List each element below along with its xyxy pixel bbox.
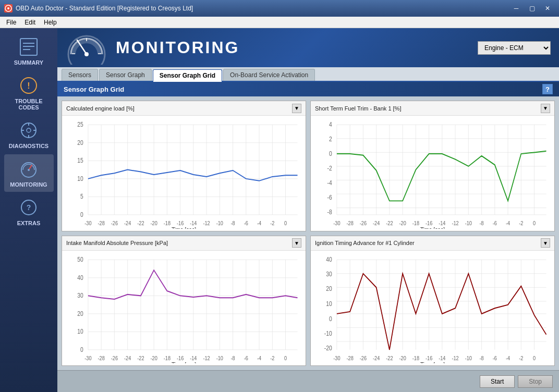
- chart1-title: Calculated engine load [%]: [66, 105, 135, 112]
- menu-help[interactable]: Help: [40, 18, 61, 27]
- svg-text:-4: -4: [506, 220, 511, 226]
- svg-text:50: 50: [77, 256, 83, 263]
- svg-text:-30: -30: [84, 355, 92, 361]
- svg-text:-22: -22: [137, 220, 144, 226]
- chart-fuel-trim: Short Term Fuel Trim - Bank 1 [%] ▼: [310, 101, 555, 231]
- tab-sensor-graph-grid[interactable]: Sensor Graph Grid: [153, 69, 222, 82]
- svg-text:-6: -6: [244, 220, 249, 226]
- chart3-dropdown-button[interactable]: ▼: [292, 238, 301, 248]
- charts-grid: Calculated engine load [%] ▼: [57, 96, 559, 370]
- svg-text:25: 25: [77, 121, 83, 128]
- maximize-button[interactable]: ▢: [525, 3, 539, 14]
- svg-text:-16: -16: [426, 220, 433, 226]
- svg-text:-20: -20: [399, 220, 407, 226]
- svg-text:-16: -16: [177, 355, 184, 361]
- svg-text:-24: -24: [124, 220, 131, 226]
- chart1-header: Calculated engine load [%] ▼: [62, 101, 306, 116]
- app-icon: [4, 4, 13, 13]
- svg-text:-10: -10: [465, 220, 472, 226]
- help-button[interactable]: ?: [542, 84, 553, 94]
- sidebar-item-monitoring[interactable]: MONITORING: [4, 154, 54, 192]
- svg-text:-6: -6: [493, 355, 497, 361]
- minimize-button[interactable]: ─: [509, 3, 524, 14]
- svg-text:-8: -8: [327, 209, 332, 215]
- svg-text:40: 40: [326, 256, 332, 263]
- sidebar-label-monitoring: MONITORING: [10, 181, 47, 188]
- svg-text:-2: -2: [270, 220, 275, 226]
- tab-sensors[interactable]: Sensors: [62, 69, 98, 81]
- sidebar-item-extras[interactable]: ? EXTRAS: [4, 193, 54, 230]
- window-controls: ─ ▢ ✕: [509, 3, 555, 14]
- gauge-icon: [66, 31, 107, 65]
- svg-text:-6: -6: [493, 220, 497, 226]
- svg-text:-6: -6: [244, 355, 249, 361]
- svg-text:-22: -22: [386, 220, 393, 226]
- chart2-dropdown-button[interactable]: ▼: [541, 104, 550, 113]
- svg-point-21: [84, 52, 89, 56]
- svg-text:0: 0: [329, 315, 332, 322]
- tab-sensor-graph[interactable]: Sensor Graph: [99, 69, 152, 81]
- svg-text:-12: -12: [452, 355, 459, 361]
- svg-text:-12: -12: [203, 355, 210, 361]
- menu-file[interactable]: File: [2, 18, 20, 27]
- monitoring-icon: [18, 158, 39, 179]
- svg-text:-24: -24: [373, 220, 380, 226]
- svg-text:Time [sec]: Time [sec]: [420, 226, 445, 228]
- chart4-title: Ignition Timing Advance for #1 Cylinder: [315, 240, 415, 246]
- ecm-dropdown[interactable]: Engine - ECM Transmission ABS Airbag: [478, 41, 551, 55]
- chart3-title: Intake Manifold Absolute Pressure [kPa]: [66, 240, 168, 246]
- title-bar: OBD Auto Doctor - Standard Edition [Regi…: [0, 0, 559, 17]
- svg-text:-10: -10: [465, 355, 472, 361]
- svg-text:-18: -18: [412, 355, 420, 361]
- summary-icon: [18, 36, 39, 57]
- svg-text:Time [sec]: Time [sec]: [172, 226, 196, 228]
- tab-on-board-service[interactable]: On-Board Service Activation: [223, 69, 315, 81]
- svg-text:-26: -26: [111, 355, 118, 361]
- sidebar-item-diagnostics[interactable]: DIAGNOSTICS: [4, 116, 54, 153]
- chart2-title: Short Term Fuel Trim - Bank 1 [%]: [315, 105, 401, 112]
- sidebar-label-extras: EXTRAS: [17, 220, 41, 226]
- chart-engine-load: Calculated engine load [%] ▼: [62, 101, 306, 231]
- svg-text:-14: -14: [190, 355, 197, 361]
- svg-text:-4: -4: [257, 220, 262, 226]
- svg-text:Time [sec]: Time [sec]: [420, 361, 445, 363]
- svg-point-1: [7, 7, 9, 9]
- extras-icon: ?: [18, 197, 39, 218]
- header: MONITORING Engine - ECM Transmission ABS…: [57, 28, 559, 67]
- svg-text:20: 20: [326, 285, 332, 292]
- svg-text:-10: -10: [324, 330, 332, 337]
- chart2-svg: 4 2 0 -2 -4 -6 -8 -30 -26: [313, 118, 552, 229]
- chart4-dropdown-button[interactable]: ▼: [541, 238, 550, 248]
- sidebar-label-diagnostics: DIAGNOSTICS: [9, 143, 48, 149]
- close-button[interactable]: ✕: [540, 3, 555, 14]
- chart4-body: 40 30 20 10 0 -10 -20 -30 -2: [311, 251, 554, 366]
- svg-text:-4: -4: [506, 355, 511, 361]
- svg-text:-14: -14: [190, 220, 197, 226]
- chart2-body: 4 2 0 -2 -4 -6 -8 -30 -26: [311, 116, 554, 231]
- svg-point-16: [28, 169, 30, 171]
- svg-text:-2: -2: [519, 220, 524, 226]
- svg-text:!: !: [27, 81, 30, 90]
- svg-text:-8: -8: [231, 355, 236, 361]
- svg-text:30: 30: [77, 292, 83, 299]
- chart1-body: 25 20 15 10 5 0 -30 -28 -26 -: [62, 116, 306, 231]
- stop-button[interactable]: Stop: [518, 375, 553, 388]
- svg-text:10: 10: [77, 175, 83, 182]
- sidebar-item-trouble-codes[interactable]: ! TROUBLE CODES: [4, 71, 54, 115]
- sidebar-item-summary[interactable]: SUMMARY: [4, 32, 54, 70]
- chart1-dropdown-button[interactable]: ▼: [292, 104, 301, 113]
- menu-edit[interactable]: Edit: [20, 18, 40, 27]
- svg-point-9: [27, 128, 31, 132]
- svg-text:20: 20: [77, 310, 83, 317]
- svg-text:-26: -26: [360, 355, 367, 361]
- svg-text:-2: -2: [270, 355, 275, 361]
- chart-intake-pressure: Intake Manifold Absolute Pressure [kPa] …: [62, 236, 306, 366]
- svg-text:-14: -14: [439, 355, 446, 361]
- chart3-svg: 50 40 30 20 10 0 -30 -28 -26: [64, 253, 303, 364]
- chart2-header: Short Term Fuel Trim - Bank 1 [%] ▼: [311, 101, 554, 116]
- svg-text:0: 0: [533, 220, 536, 226]
- svg-text:-14: -14: [439, 220, 446, 226]
- start-button[interactable]: Start: [480, 375, 515, 388]
- svg-text:30: 30: [326, 271, 332, 277]
- svg-text:-26: -26: [111, 220, 118, 226]
